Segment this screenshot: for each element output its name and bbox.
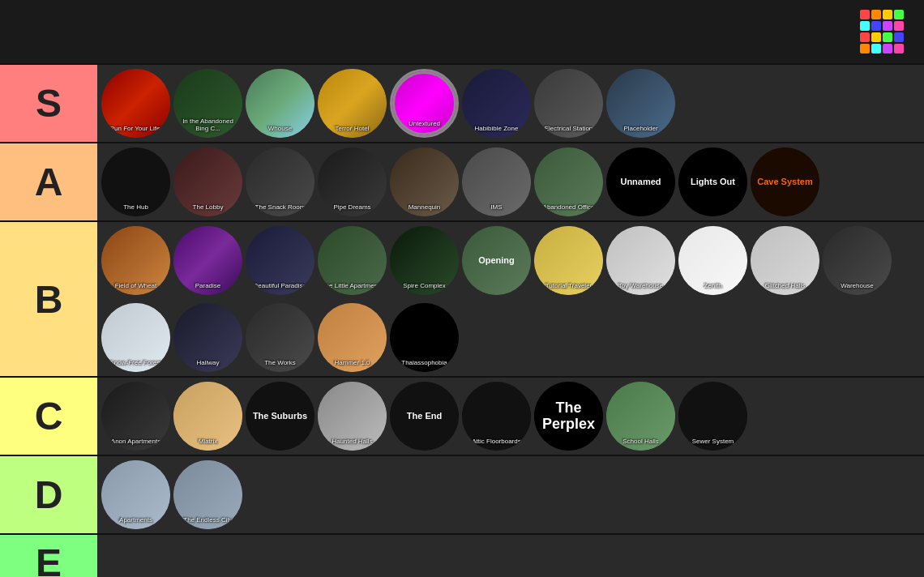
tier-item-a-5[interactable]: IMS [462, 147, 531, 216]
tier-item-d-0[interactable]: Apartments [101, 460, 170, 529]
tier-item-b-1[interactable]: Hallway [173, 303, 242, 372]
item-text: Unnamed [616, 173, 665, 191]
tier-item-s-1[interactable]: In the Abandoned Bing C... [173, 69, 242, 138]
item-label: Mlatrix [173, 438, 242, 446]
tier-item-a-2[interactable]: The Snack Room [246, 147, 314, 216]
tier-item-c-7[interactable]: School Halls [606, 382, 675, 451]
tier-item-b-1[interactable]: Paradise [173, 226, 242, 295]
tier-item-b-6[interactable]: Tutorial Traveler [534, 226, 603, 295]
tier-label-d: D [0, 456, 97, 533]
tier-item-a-3[interactable]: Pipe Dreams [318, 147, 387, 216]
tier-label-s: S [0, 65, 97, 142]
item-label: Habibible Zone [462, 126, 531, 133]
tier-item-b-3[interactable]: The Little Apartments [318, 226, 387, 295]
tier-items-area-s: Run For Your Life!In the Abandoned Bing … [97, 65, 924, 142]
item-label: Haunted Halls [318, 438, 387, 446]
logo-cell-3 [894, 10, 904, 19]
tier-item-s-2[interactable]: Whouse [246, 69, 314, 138]
tier-item-b-2[interactable]: Beautiful Paradise [246, 226, 314, 295]
tier-items-area-a: The HubThe LobbyThe Snack RoomPipe Dream… [97, 143, 924, 220]
tier-item-a-7[interactable]: Unnamed [606, 147, 675, 216]
tier-item-b-5[interactable]: Opening [462, 226, 531, 295]
tier-item-b-9[interactable]: Glitched Halls [751, 226, 819, 295]
tier-label-a: A [0, 143, 97, 220]
logo-cell-5 [871, 21, 881, 31]
tier-item-b-3[interactable]: Hammer 1.0 [318, 303, 387, 372]
item-text: Lights Out [687, 173, 739, 191]
tier-item-b-0[interactable]: Field of Wheat [101, 226, 170, 295]
tier-item-s-6[interactable]: Electrical Station [534, 69, 603, 138]
tier-item-a-0[interactable]: The Hub [101, 147, 170, 216]
item-label: Attic Floorboards [462, 438, 531, 446]
item-label: The Hub [101, 204, 170, 212]
item-text: The Suburbs [249, 407, 311, 425]
item-label: Electrical Station [534, 126, 603, 133]
item-label: Zenith [678, 283, 747, 290]
logo-cell-7 [894, 21, 904, 31]
tier-item-c-6[interactable]: The Perplex [534, 382, 603, 451]
item-label: Thalassophobia [390, 360, 459, 367]
logo-cell-14 [883, 44, 892, 53]
item-label: Paradise [173, 283, 242, 290]
item-text: The End [403, 407, 446, 425]
tier-label-e: E [0, 535, 97, 577]
item-label: Spire Complex [390, 283, 459, 290]
tier-row-d: DApartmentsThe Endless City [0, 456, 924, 535]
tier-item-b-10[interactable]: Warehouse [823, 226, 892, 295]
tier-items-area-d: ApartmentsThe Endless City [97, 456, 924, 533]
item-label: Terror Hotel [318, 126, 387, 133]
tier-item-b-2[interactable]: The Works [246, 303, 314, 372]
item-label: Abandoned Office [534, 204, 603, 212]
tier-item-a-9[interactable]: Cave System [751, 147, 819, 216]
tier-row-s: SRun For Your Life!In the Abandoned Bing… [0, 65, 924, 143]
item-big-text: The Perplex [542, 400, 595, 433]
items-row-b-1: Snow-Free ForestHallwayThe WorksHammer 1… [97, 299, 924, 376]
tier-item-a-8[interactable]: Lights Out [678, 147, 747, 216]
tier-item-b-7[interactable]: Toy Warehouse [606, 226, 675, 295]
item-label: Glitched Halls [751, 283, 819, 290]
logo-cell-15 [894, 44, 904, 53]
tiermaker-logo [860, 10, 912, 53]
logo-cell-8 [860, 32, 870, 42]
tier-item-c-4[interactable]: The End [390, 382, 459, 451]
tier-item-s-3[interactable]: Terror Hotel [318, 69, 387, 138]
tier-item-s-7[interactable]: Placeholder [606, 69, 675, 138]
item-label: Hallway [173, 360, 242, 367]
item-label: Sewer System [678, 438, 747, 446]
logo-grid [860, 10, 904, 53]
tier-label-b: B [0, 222, 97, 376]
item-label: Tutorial Traveler [534, 283, 603, 290]
tier-item-c-0[interactable]: Anon Apartments [101, 382, 170, 451]
items-row-a-0: The HubThe LobbyThe Snack RoomPipe Dream… [97, 143, 924, 220]
logo-cell-13 [871, 44, 881, 53]
tier-item-b-0[interactable]: Snow-Free Forest [101, 303, 170, 372]
tier-item-c-1[interactable]: Mlatrix [173, 382, 242, 451]
tier-item-c-8[interactable]: Sewer System [678, 382, 747, 451]
tier-item-s-0[interactable]: Run For Your Life! [101, 69, 170, 138]
tier-row-e: E [0, 535, 924, 577]
tier-item-b-4[interactable]: Thalassophobia [390, 303, 459, 372]
logo-cell-9 [871, 32, 881, 42]
item-label: Mannequin [390, 204, 459, 212]
item-label: Untextured [395, 121, 454, 128]
tier-list: SRun For Your Life!In the Abandoned Bing… [0, 65, 924, 577]
tier-item-s-5[interactable]: Habibible Zone [462, 69, 531, 138]
tier-items-area-b: Field of WheatParadiseBeautiful Paradise… [97, 222, 924, 376]
logo-cell-1 [871, 10, 881, 19]
items-row-e-0 [97, 535, 924, 543]
tier-item-a-4[interactable]: Mannequin [390, 147, 459, 216]
tier-items-area-e [97, 535, 924, 577]
item-label: Anon Apartments [101, 438, 170, 446]
tier-item-c-3[interactable]: Haunted Halls [318, 382, 387, 451]
item-label: Snow-Free Forest [101, 360, 170, 367]
item-label: Placeholder [606, 126, 675, 133]
item-label: Toy Warehouse [606, 283, 675, 290]
tier-item-s-4[interactable]: Untextured [390, 69, 459, 138]
tier-item-a-6[interactable]: Abandoned Office [534, 147, 603, 216]
tier-item-b-4[interactable]: Spire Complex [390, 226, 459, 295]
tier-item-c-2[interactable]: The Suburbs [246, 382, 314, 451]
tier-item-b-8[interactable]: Zenith [678, 226, 747, 295]
tier-item-a-1[interactable]: The Lobby [173, 147, 242, 216]
tier-item-c-5[interactable]: Attic Floorboards [462, 382, 531, 451]
tier-item-d-1[interactable]: The Endless City [173, 460, 242, 529]
